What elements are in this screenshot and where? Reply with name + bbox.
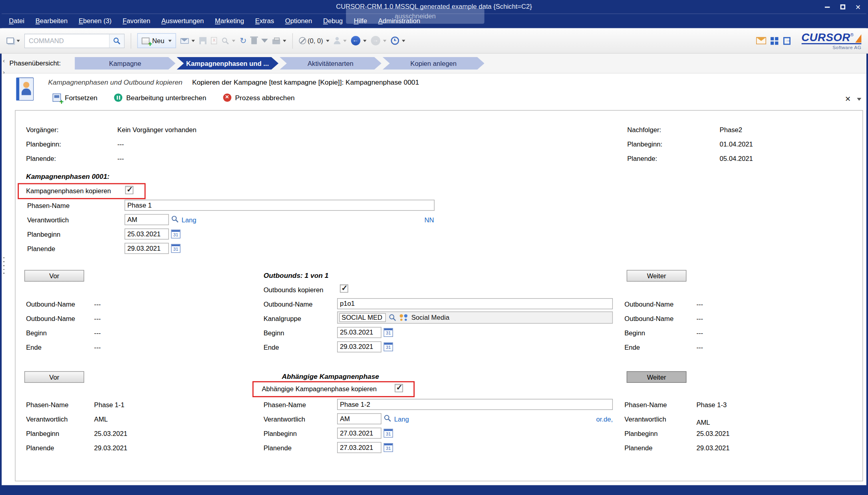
inbox-icon xyxy=(756,37,766,44)
phasen-name-label: Phasen-Name xyxy=(264,401,306,409)
lookup-icon[interactable] xyxy=(383,414,391,422)
phase-tab-aktivitaetenarten[interactable]: Aktivitätenarten xyxy=(280,57,381,70)
collapse-left-icon[interactable]: ‹ xyxy=(3,57,5,64)
ende-value: --- xyxy=(696,344,703,351)
refresh-button[interactable] xyxy=(240,36,246,46)
planende-label: Planende xyxy=(624,444,652,452)
planende-value: 29.03.2021 xyxy=(94,444,127,452)
maximize-button[interactable] xyxy=(835,0,850,14)
menu-datei[interactable]: Datei xyxy=(9,17,24,25)
menu-marketing[interactable]: Marketing xyxy=(215,17,244,25)
phasen-name-input[interactable] xyxy=(337,399,613,410)
calendar-icon[interactable] xyxy=(383,328,393,337)
lookup-icon[interactable] xyxy=(389,314,396,321)
calendar-icon[interactable] xyxy=(171,244,181,253)
outbounds-copy-checkbox[interactable] xyxy=(340,284,348,293)
beginn-input[interactable] xyxy=(337,327,381,338)
calendar-icon[interactable] xyxy=(383,443,393,452)
history-button[interactable] xyxy=(391,36,405,45)
send-mail-button[interactable] xyxy=(181,38,195,44)
verantwortlich-input[interactable] xyxy=(125,214,169,225)
splitter-handle[interactable] xyxy=(3,257,4,276)
chevron-down-icon[interactable] xyxy=(857,98,861,101)
phasen-name-label: Phasen-Name xyxy=(26,401,68,409)
lookup-icon[interactable] xyxy=(171,215,179,223)
planbeginn-input[interactable] xyxy=(337,428,381,439)
verantwortlich-input[interactable] xyxy=(337,413,381,424)
ende-input[interactable] xyxy=(337,341,381,352)
coordinates-indicator: (0, 0) xyxy=(299,37,329,44)
command-search-button[interactable] xyxy=(109,34,124,47)
fortsetzen-button[interactable]: Fortsetzen xyxy=(53,93,97,102)
menu-extras[interactable]: Extras xyxy=(255,17,274,25)
minimize-button[interactable] xyxy=(819,0,835,14)
verantwortlich-label: Verantwortlich xyxy=(264,416,305,423)
filter-button[interactable] xyxy=(261,39,268,43)
vor-button-dependent[interactable]: Vor xyxy=(24,371,84,383)
phase-tab-kampagnenphasen[interactable]: Kampagnenphasen und ... xyxy=(177,57,278,70)
phase-tab-kampagne[interactable]: Kampagne xyxy=(75,57,175,70)
close-process-button[interactable]: ✕ xyxy=(845,95,851,103)
delete-button[interactable] xyxy=(251,38,257,44)
app-grid-icon xyxy=(771,37,774,40)
planbeginn-label: Planbeginn xyxy=(27,231,60,238)
command-input[interactable] xyxy=(25,34,109,47)
menu-ebenen[interactable]: Ebenen (3) xyxy=(79,17,111,25)
menu-favoriten[interactable]: Favoriten xyxy=(123,17,150,25)
user-actions-button xyxy=(334,37,346,44)
kanalgruppe-input[interactable] xyxy=(340,313,386,322)
phase-copy-checkbox[interactable] xyxy=(125,186,133,194)
responsible-link-fragment[interactable]: or.de, xyxy=(596,416,613,423)
process-header: Kampagnenphasen und Outbound kopieren Ko… xyxy=(2,73,866,110)
window-copy-icon xyxy=(7,38,14,44)
responsible-link[interactable]: Lang xyxy=(182,216,197,224)
responsible-link[interactable]: Lang xyxy=(394,416,409,423)
planende-label: Planende xyxy=(26,444,54,452)
phase-tab-kopien-anlegen[interactable]: Kopien anlegen xyxy=(383,57,485,70)
back-button[interactable] xyxy=(351,36,366,46)
planende-input[interactable] xyxy=(337,442,381,453)
phasen-name-input[interactable] xyxy=(125,200,435,211)
forward-icon xyxy=(371,36,380,46)
window-menu-button[interactable] xyxy=(7,38,20,44)
abbrechen-button[interactable]: Prozess abbrechen xyxy=(223,93,295,102)
vor-button-outbounds[interactable]: Vor xyxy=(24,270,84,281)
responsible-link-row: Lang NN xyxy=(182,216,434,224)
cursor-logo: CURSOR ® Software AG xyxy=(801,32,861,50)
mail-forward-icon xyxy=(181,38,189,44)
kanalgruppe-display: Social Media xyxy=(411,314,449,321)
planbeginn-label: Planbeginn xyxy=(264,430,297,438)
ende-label: Ende xyxy=(624,344,640,351)
neu-button[interactable]: Neu xyxy=(137,33,176,48)
outbound-name-input[interactable] xyxy=(337,298,613,309)
weiter-button-dependent[interactable]: Weiter xyxy=(627,371,687,383)
search-records-button xyxy=(221,37,235,44)
print-button[interactable] xyxy=(272,38,286,44)
dependent-copy-checkbox[interactable] xyxy=(395,384,403,392)
messages-button[interactable] xyxy=(756,37,766,44)
menu-bearbeiten[interactable]: Bearbeiten xyxy=(36,17,68,25)
phasen-name-value: Phase 1-3 xyxy=(696,401,727,409)
close-button[interactable]: ✕ xyxy=(850,0,866,14)
calendar-icon[interactable] xyxy=(171,230,181,238)
logout-button[interactable] xyxy=(783,37,790,44)
menu-administration[interactable]: Administration xyxy=(378,17,420,25)
calendar-icon[interactable] xyxy=(383,343,393,351)
menu-hilfe[interactable]: Hilfe xyxy=(354,17,367,25)
weiter-button-outbounds[interactable]: Weiter xyxy=(627,270,687,281)
window-controls: ✕ xyxy=(819,0,866,14)
kanalgruppe-label: Kanalgruppe xyxy=(264,315,301,323)
menu-optionen[interactable]: Optionen xyxy=(285,17,312,25)
abbrechen-label: Prozess abbrechen xyxy=(235,94,294,101)
calendar-icon[interactable] xyxy=(383,429,393,438)
planende-input[interactable] xyxy=(125,243,169,254)
outbounds-title: Outbounds: 1 von 1 xyxy=(264,271,329,279)
unterbrechen-button[interactable]: Bearbeitung unterbrechen xyxy=(114,93,207,102)
toolbar-separator xyxy=(131,33,131,48)
menu-auswertungen[interactable]: Auswertungen xyxy=(161,17,204,25)
menu-debug[interactable]: Debug xyxy=(323,17,343,25)
apps-button[interactable] xyxy=(771,37,779,44)
responsible-link-fragment[interactable]: NN xyxy=(424,216,434,224)
planbeginn-input[interactable] xyxy=(125,228,169,240)
outbound-name-value: --- xyxy=(94,301,101,308)
